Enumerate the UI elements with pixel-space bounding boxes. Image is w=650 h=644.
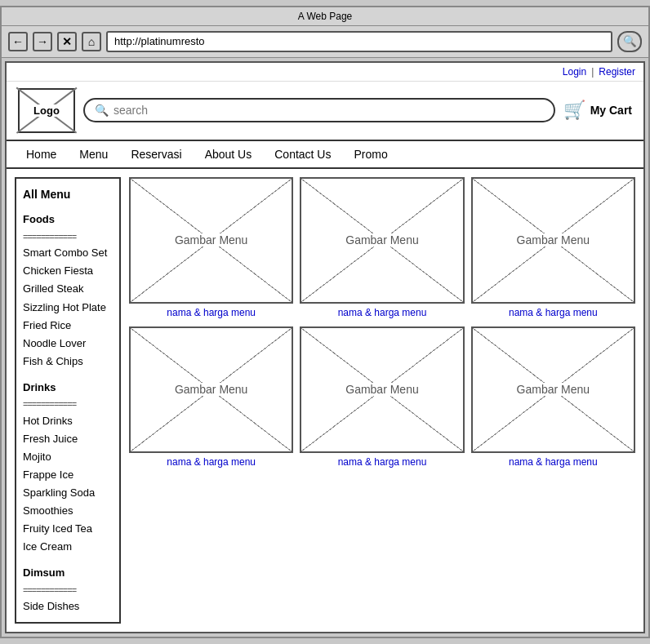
sidebar-item-grilled-steak[interactable]: Grilled Steak bbox=[23, 280, 113, 298]
nav-about-us[interactable]: About Us bbox=[194, 141, 264, 167]
nav-menu[interactable]: Menu bbox=[68, 141, 119, 167]
menu-card-5[interactable]: Gambar Menu nama & harga menu bbox=[300, 326, 464, 468]
sidebar-item-fried-rice[interactable]: Fried Rice bbox=[23, 317, 113, 335]
main-content: All Menu Foods ============ Smart Combo … bbox=[7, 169, 643, 633]
menu-image-3: Gambar Menu bbox=[471, 177, 635, 304]
browser-titlebar: A Web Page bbox=[2, 7, 648, 26]
menu-image-5: Gambar Menu bbox=[300, 326, 464, 453]
sidebar-item-smoothies[interactable]: Smoothies bbox=[23, 502, 113, 520]
header-top: Login | Register bbox=[7, 63, 643, 82]
sidebar-dimsum-separator: ============ bbox=[23, 583, 113, 598]
back-button[interactable]: ← bbox=[8, 32, 28, 51]
cart-label: My Cart bbox=[590, 104, 632, 117]
menu-image-2: Gambar Menu bbox=[300, 177, 464, 304]
menu-row-1: Gambar Menu nama & harga menu Gambar Men… bbox=[129, 177, 635, 318]
sidebar-item-mojito[interactable]: Mojito bbox=[23, 448, 113, 466]
header-main: Logo 🔍 🛒 My Cart bbox=[7, 82, 643, 141]
cart-button[interactable]: 🛒 My Cart bbox=[563, 100, 632, 121]
website-content: Login | Register Logo 🔍 🛒 My Cart bbox=[5, 61, 645, 634]
browser-window: A Web Page ← → ✕ ⌂ 🔍 Login | Register bbox=[0, 6, 650, 639]
sidebar-dimsum-title: Dimsum bbox=[23, 564, 113, 582]
menu-grid: Gambar Menu nama & harga menu Gambar Men… bbox=[129, 177, 635, 624]
logo-text: Logo bbox=[32, 104, 61, 117]
sidebar-drinks-title: Drinks bbox=[23, 379, 113, 397]
sidebar-item-fish-chips[interactable]: Fish & Chips bbox=[23, 353, 113, 371]
sidebar-item-noodle-lover[interactable]: Noodle Lover bbox=[23, 335, 113, 353]
sidebar-item-ice-cream[interactable]: Ice Cream bbox=[23, 538, 113, 556]
sidebar-item-frappe-ice[interactable]: Frappe Ice bbox=[23, 466, 113, 484]
sidebar-item-sparkling-soda[interactable]: Sparkling Soda bbox=[23, 484, 113, 502]
header-divider: | bbox=[591, 66, 594, 78]
menu-image-label-4: Gambar Menu bbox=[172, 383, 250, 396]
sidebar-item-smart-combo[interactable]: Smart Combo Set bbox=[23, 244, 113, 262]
register-link[interactable]: Register bbox=[599, 66, 635, 78]
nav-home[interactable]: Home bbox=[15, 141, 68, 167]
sidebar: All Menu Foods ============ Smart Combo … bbox=[15, 177, 121, 624]
close-icon: ✕ bbox=[62, 35, 72, 48]
sidebar-item-fresh-juice[interactable]: Fresh Juice bbox=[23, 430, 113, 448]
sidebar-item-sizzling-hot-plate[interactable]: Sizzling Hot Plate bbox=[23, 299, 113, 317]
menu-caption-2: nama & harga menu bbox=[338, 307, 427, 318]
menu-card-1[interactable]: Gambar Menu nama & harga menu bbox=[129, 177, 293, 318]
browser-search-button[interactable]: 🔍 bbox=[617, 31, 642, 52]
sidebar-foods-title: Foods bbox=[23, 211, 113, 229]
sidebar-drinks-separator: ============ bbox=[23, 397, 113, 412]
search-icon: 🔍 bbox=[95, 104, 109, 117]
cart-icon: 🛒 bbox=[563, 100, 585, 121]
menu-caption-1: nama & harga menu bbox=[167, 307, 256, 318]
menu-caption-5: nama & harga menu bbox=[338, 456, 427, 468]
nav-promo[interactable]: Promo bbox=[342, 141, 398, 167]
menu-image-label-1: Gambar Menu bbox=[172, 233, 250, 246]
forward-icon: → bbox=[37, 35, 48, 48]
url-bar[interactable] bbox=[106, 31, 612, 52]
menu-image-label-3: Gambar Menu bbox=[514, 233, 592, 246]
sidebar-item-fruity-iced-tea[interactable]: Fruity Iced Tea bbox=[23, 520, 113, 538]
back-icon: ← bbox=[12, 35, 24, 48]
nav-reservasi[interactable]: Reservasi bbox=[119, 141, 193, 167]
menu-caption-4: nama & harga menu bbox=[167, 456, 256, 468]
menu-card-2[interactable]: Gambar Menu nama & harga menu bbox=[300, 177, 464, 318]
search-input[interactable] bbox=[114, 104, 544, 117]
close-button[interactable]: ✕ bbox=[57, 32, 77, 51]
menu-card-4[interactable]: Gambar Menu nama & harga menu bbox=[129, 326, 293, 468]
menu-card-3[interactable]: Gambar Menu nama & harga menu bbox=[471, 177, 635, 318]
navigation: Home Menu Reservasi About Us Contact Us … bbox=[7, 141, 643, 169]
menu-image-label-6: Gambar Menu bbox=[514, 383, 592, 396]
menu-caption-3: nama & harga menu bbox=[509, 307, 598, 318]
sidebar-all-menu-title: All Menu bbox=[23, 185, 113, 205]
logo: Logo bbox=[18, 88, 75, 133]
menu-image-4: Gambar Menu bbox=[129, 326, 293, 453]
sidebar-item-side-dishes[interactable]: Side Dishes bbox=[23, 597, 113, 615]
forward-button[interactable]: → bbox=[33, 32, 52, 51]
sidebar-foods-separator: ============ bbox=[23, 229, 113, 245]
menu-image-label-5: Gambar Menu bbox=[343, 383, 421, 396]
magnify-icon: 🔍 bbox=[623, 35, 637, 47]
sidebar-item-chicken-fiesta[interactable]: Chicken Fiesta bbox=[23, 262, 113, 280]
nav-contact-us[interactable]: Contact Us bbox=[263, 141, 342, 167]
login-link[interactable]: Login bbox=[563, 66, 586, 78]
menu-card-6[interactable]: Gambar Menu nama & harga menu bbox=[471, 326, 635, 468]
menu-image-1: Gambar Menu bbox=[129, 177, 293, 304]
home-icon: ⌂ bbox=[88, 35, 95, 48]
page-title: A Web Page bbox=[298, 11, 353, 22]
sidebar-item-hot-drinks[interactable]: Hot Drinks bbox=[23, 412, 113, 430]
search-bar[interactable]: 🔍 bbox=[83, 98, 555, 122]
menu-row-2: Gambar Menu nama & harga menu Gambar Men… bbox=[129, 326, 635, 468]
home-button[interactable]: ⌂ bbox=[82, 32, 101, 51]
menu-image-label-2: Gambar Menu bbox=[343, 233, 421, 246]
menu-image-6: Gambar Menu bbox=[471, 326, 635, 453]
browser-toolbar: ← → ✕ ⌂ 🔍 bbox=[2, 26, 648, 58]
menu-caption-6: nama & harga menu bbox=[509, 456, 598, 468]
